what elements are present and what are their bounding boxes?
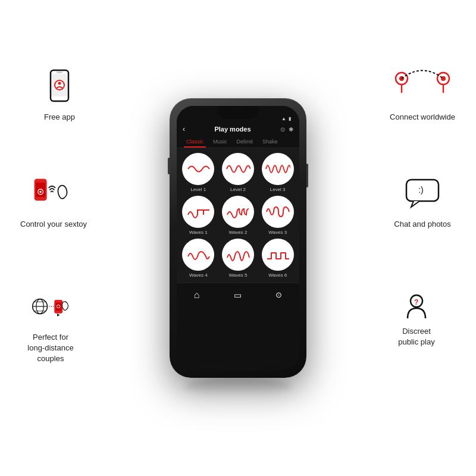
phone-notch — [217, 106, 259, 119]
feature-control: Control your sextoy — [12, 173, 95, 230]
tabs-row: Classic Music Delimit Shake — [177, 136, 299, 148]
mode-circle-waves6 — [262, 239, 294, 271]
app-title: Play modes — [185, 126, 280, 133]
feature-discreet: ? Discreet public play — [375, 280, 458, 347]
nav-profile[interactable]: ⊙ — [275, 290, 282, 299]
svg-text:?: ? — [414, 298, 418, 306]
mode-label-waves6: Waves 6 — [268, 273, 287, 278]
feature-connect: Connect worldwide — [381, 65, 464, 123]
connect-label: Connect worldwide — [390, 112, 455, 123]
nav-home[interactable]: ⌂ — [194, 290, 200, 300]
mode-waves6[interactable]: Waves 6 — [259, 239, 296, 278]
svg-rect-16 — [56, 303, 61, 311]
mode-label-level3: Level 3 — [270, 187, 286, 192]
mode-label-waves3: Waves 3 — [268, 230, 287, 235]
svg-text:▶: ▶ — [57, 312, 60, 317]
mode-circle-waves2 — [222, 196, 254, 228]
control-icon — [33, 173, 74, 214]
phone-screen: ▲ ▮ ‹ Play modes ⊙ ✱ Classic Music Delim… — [177, 106, 299, 370]
feature-free-app: Free app — [18, 65, 101, 123]
mode-waves5[interactable]: Waves 5 — [220, 239, 256, 278]
mode-label-waves4: Waves 4 — [189, 273, 208, 278]
feature-long-distance: ▶ Perfect for long-distance couples — [9, 286, 92, 365]
svg-point-8 — [39, 191, 42, 193]
modes-grid: Level 1 Level 2 Level 3 — [177, 148, 299, 283]
free-app-icon — [39, 65, 80, 107]
mode-label-level2: Level 2 — [230, 187, 246, 192]
mode-label-level1: Level 1 — [190, 187, 206, 192]
nav-chat[interactable]: ▭ — [234, 290, 242, 300]
mode-circle-level2 — [222, 153, 254, 185]
control-label: Control your sextoy — [20, 219, 87, 230]
mode-circle-level1 — [182, 153, 214, 185]
profile-header-icon[interactable]: ⊙ — [280, 126, 285, 133]
bottom-nav: ⌂ ▭ ⊙ — [177, 283, 299, 306]
mode-label-waves2: Waves 2 — [229, 230, 248, 235]
mode-circle-level3 — [262, 153, 294, 185]
mode-label-waves1: Waves 1 — [189, 230, 208, 235]
feature-chat: :) Chat and photos — [381, 173, 464, 230]
free-app-label: Free app — [44, 112, 75, 123]
svg-text::): :) — [418, 185, 424, 195]
wifi-icon: ▲ — [281, 116, 286, 121]
battery-icon: ▮ — [289, 116, 291, 121]
svg-rect-6 — [36, 183, 45, 198]
mode-circle-waves4 — [182, 239, 214, 271]
discreet-icon: ? — [396, 280, 437, 321]
mode-waves4[interactable]: Waves 4 — [180, 239, 217, 278]
long-distance-icon: ▶ — [30, 286, 71, 327]
app-header: ‹ Play modes ⊙ ✱ — [177, 123, 299, 136]
chat-label: Chat and photos — [394, 219, 450, 230]
mode-level1[interactable]: Level 1 — [180, 153, 217, 192]
mode-waves3[interactable]: Waves 3 — [259, 196, 296, 235]
mode-circle-waves5 — [222, 239, 254, 271]
mode-circle-waves1 — [182, 196, 214, 228]
phone-reflection — [184, 378, 292, 396]
discreet-label: Discreet public play — [398, 326, 434, 347]
chat-icon: :) — [402, 173, 443, 214]
connect-icon — [387, 65, 458, 107]
tab-delimit[interactable]: Delimit — [232, 136, 258, 148]
svg-rect-2 — [57, 71, 62, 73]
bluetooth-header-icon[interactable]: ✱ — [289, 126, 293, 133]
svg-point-3 — [55, 80, 64, 90]
tab-classic[interactable]: Classic — [181, 136, 208, 148]
long-distance-label: Perfect for long-distance couples — [27, 332, 73, 365]
mode-circle-waves3 — [262, 196, 294, 228]
tab-music[interactable]: Music — [208, 136, 232, 148]
mode-label-waves5: Waves 5 — [229, 273, 248, 278]
mode-waves2[interactable]: Waves 2 — [220, 196, 256, 235]
tab-shake[interactable]: Shake — [258, 136, 283, 148]
mode-waves1[interactable]: Waves 1 — [180, 196, 217, 235]
svg-point-4 — [58, 82, 61, 85]
phone: ▲ ▮ ‹ Play modes ⊙ ✱ Classic Music Delim… — [170, 98, 306, 378]
mode-level3[interactable]: Level 3 — [259, 153, 296, 192]
mode-level2[interactable]: Level 2 — [220, 153, 256, 192]
phone-outer: ▲ ▮ ‹ Play modes ⊙ ✱ Classic Music Delim… — [170, 98, 306, 378]
